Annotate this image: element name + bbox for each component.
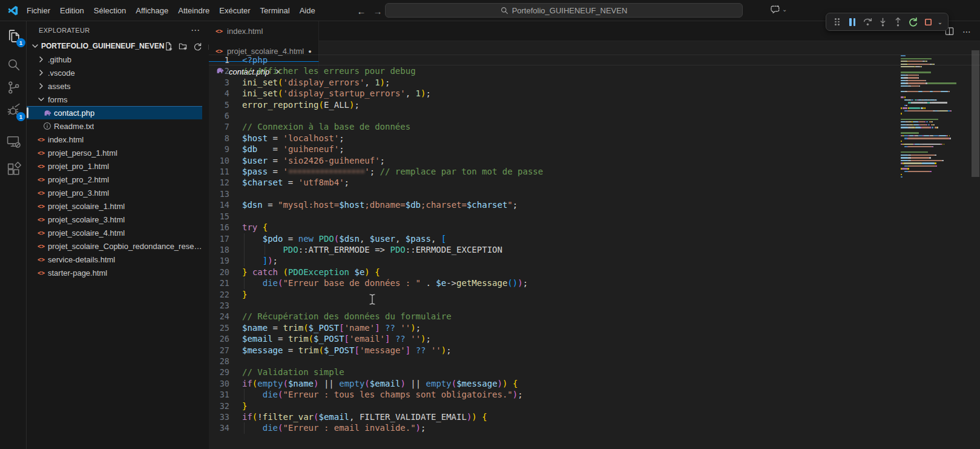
minimap[interactable] (901, 55, 968, 179)
line-number[interactable]: 1 (209, 55, 242, 65)
code-line-17[interactable]: 17 $pdo = new PDO($dsn, $user, $pass, [ (209, 233, 980, 244)
restart-button[interactable] (906, 15, 919, 28)
tree-item-starter-page.html[interactable]: <>starter-page.html (27, 266, 202, 279)
code-line-33[interactable]: 33if(!filter_var($email, FILTER_VALIDATE… (209, 411, 980, 422)
code-line-12[interactable]: 12$charset = 'utf8mb4'; (209, 177, 980, 188)
pause-button[interactable] (846, 15, 859, 28)
new-file-icon[interactable] (164, 42, 173, 51)
tree-item-.github[interactable]: .github (27, 53, 202, 66)
tree-item-.vscode[interactable]: .vscode (27, 66, 202, 79)
menu-item-affichage[interactable]: Affichage (131, 4, 173, 17)
tree-item-projet_pro_2.html[interactable]: <>projet_pro_2.html (27, 173, 202, 186)
tree-item-forms[interactable]: forms (27, 93, 202, 106)
line-number[interactable]: 34 (209, 422, 242, 433)
line-number[interactable]: 25 (209, 322, 242, 333)
refresh-icon[interactable] (193, 42, 202, 51)
explorer-root-folder[interactable]: PORTEFOLIO_GUIHENEUF_NEVEN (27, 39, 209, 53)
menu-item-exécuter[interactable]: Exécuter (214, 4, 255, 17)
line-number[interactable]: 23 (209, 300, 242, 311)
code-line-7[interactable]: 7// Connexion à la base de données (209, 121, 980, 132)
tree-item-projet_pro_1.html[interactable]: <>projet_pro_1.html (27, 159, 202, 173)
code-line-22[interactable]: 22} (209, 289, 980, 300)
stop-button[interactable] (921, 15, 935, 28)
menu-item-terminal[interactable]: Terminal (255, 4, 295, 17)
debug-more-chevron-icon[interactable]: ⌄ (936, 15, 944, 28)
line-number[interactable]: 4 (209, 88, 242, 99)
code-editor[interactable]: 1<?php2// Afficher les erreurs pour debu… (209, 55, 980, 434)
copilot-menu[interactable]: ⌄ (771, 4, 787, 15)
code-line-14[interactable]: 14$dsn = "mysql:host=$host;dbname=$db;ch… (209, 199, 980, 210)
line-number[interactable]: 27 (209, 345, 242, 356)
tree-item-projet_scolaire_1.html[interactable]: <>projet_scolaire_1.html (27, 199, 202, 213)
code-line-32[interactable]: 32} (209, 401, 980, 411)
menu-item-atteindre[interactable]: Atteindre (173, 4, 214, 17)
tree-item-service-details.html[interactable]: <>service-details.html (27, 253, 202, 266)
code-line-19[interactable]: 19 ]); (209, 255, 980, 266)
step-into-button[interactable] (876, 15, 889, 28)
code-line-25[interactable]: 25$name = trim($_POST['name'] ?? ''); (209, 322, 980, 333)
code-line-4[interactable]: 4ini_set('display_startup_errors', 1); (209, 88, 980, 99)
line-number[interactable]: 11 (209, 166, 242, 177)
menu-item-aide[interactable]: Aide (295, 4, 320, 17)
line-number[interactable]: 30 (209, 378, 242, 389)
step-out-button[interactable] (891, 15, 904, 28)
tree-item-projet_scolaire_Copbio_redondance_reseau.h...[interactable]: <>projet_scolaire_Copbio_redondance_rese… (27, 239, 202, 253)
line-number[interactable]: 10 (209, 155, 242, 166)
code-line-1[interactable]: 1<?php (209, 55, 980, 65)
line-number[interactable]: 12 (209, 177, 242, 188)
tree-item-contact.php[interactable]: contact.php (27, 106, 202, 119)
code-line-16[interactable]: 16try { (209, 222, 980, 233)
code-line-28[interactable]: 28 (209, 356, 980, 367)
line-number[interactable]: 8 (209, 133, 242, 144)
sidebar-item-search[interactable] (6, 57, 22, 73)
line-number[interactable]: 29 (209, 367, 242, 377)
tree-item-Readme.txt[interactable]: Readme.txt (27, 119, 202, 133)
line-number[interactable]: 19 (209, 255, 242, 266)
code-line-20[interactable]: 20} catch (PDOException $e) { (209, 267, 980, 278)
code-line-18[interactable]: 18 PDO::ATTR_ERRMODE => PDO::ERRMODE_EXC… (209, 244, 980, 255)
line-number[interactable]: 26 (209, 333, 242, 344)
code-line-29[interactable]: 29// Validation simple (209, 367, 980, 377)
line-number[interactable]: 15 (209, 211, 242, 222)
code-line-13[interactable]: 13 (209, 188, 980, 199)
code-line-34[interactable]: 34 die("Erreur : email invalide."); (209, 422, 980, 433)
code-line-27[interactable]: 27$message = trim($_POST['message'] ?? '… (209, 345, 980, 356)
scrollbar-thumb[interactable] (972, 50, 979, 177)
code-line-8[interactable]: 8$host = 'localhost'; (209, 133, 980, 144)
line-number[interactable]: 33 (209, 411, 242, 422)
line-number[interactable]: 17 (209, 233, 242, 244)
line-number[interactable]: 28 (209, 356, 242, 367)
tree-item-projet_scolaire_4.html[interactable]: <>projet_scolaire_4.html (27, 226, 202, 239)
sidebar-item-run-debug[interactable]: 1 (6, 102, 22, 118)
tree-item-index.html[interactable]: <>index.html (27, 133, 202, 146)
line-number[interactable]: 5 (209, 99, 242, 110)
code-line-5[interactable]: 5error_reporting(E_ALL); (209, 99, 980, 110)
tree-item-projet_pro_3.html[interactable]: <>projet_pro_3.html (27, 186, 202, 199)
toolbar-gripper[interactable] (830, 15, 844, 28)
line-number[interactable]: 16 (209, 222, 242, 233)
line-number[interactable]: 2 (209, 65, 242, 76)
line-number[interactable]: 22 (209, 289, 242, 300)
line-number[interactable]: 3 (209, 77, 242, 88)
back-arrow-icon[interactable]: ← (355, 4, 368, 18)
code-line-10[interactable]: 10$user = 'sio2426-guiheneuf'; (209, 155, 980, 166)
line-number[interactable]: 13 (209, 188, 242, 199)
code-line-11[interactable]: 11$pass = '•••••••••••••••••'; // rempla… (209, 166, 980, 177)
line-number[interactable]: 20 (209, 267, 242, 278)
code-line-26[interactable]: 26$email = trim($_POST['email'] ?? ''); (209, 333, 980, 344)
more-actions-icon[interactable]: ⋯ (962, 27, 972, 36)
explorer-more-actions[interactable]: ⋯ (191, 25, 200, 36)
menu-item-sélection[interactable]: Sélection (89, 4, 131, 17)
code-line-2[interactable]: 2// Afficher les erreurs pour debug (209, 65, 980, 76)
step-over-button[interactable] (861, 15, 874, 28)
code-line-31[interactable]: 31 die("Erreur : tous les champs sont ob… (209, 389, 980, 400)
code-line-24[interactable]: 24// Récupération des données du formula… (209, 311, 980, 322)
tree-item-projet_perso_1.html[interactable]: <>projet_perso_1.html (27, 146, 202, 159)
code-line-21[interactable]: 21 die("Erreur base de données : " . $e-… (209, 278, 980, 288)
tab-index.html[interactable]: <>index.html (209, 21, 319, 41)
tree-item-projet_scolaire_3.html[interactable]: <>projet_scolaire_3.html (27, 213, 202, 226)
new-folder-icon[interactable] (179, 42, 188, 51)
sidebar-item-source-control[interactable] (6, 80, 22, 96)
forward-arrow-icon[interactable]: → (371, 4, 384, 18)
code-line-15[interactable]: 15 (209, 211, 980, 222)
